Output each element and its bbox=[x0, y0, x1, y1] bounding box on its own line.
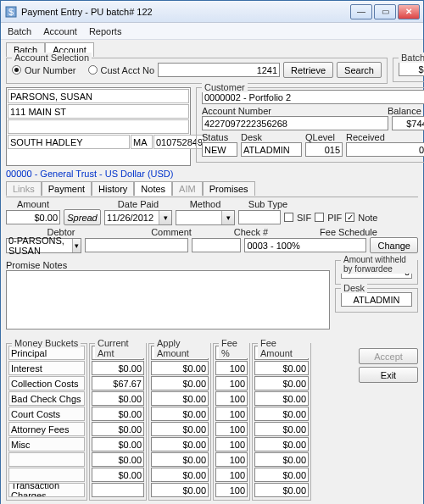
current-amt-cell bbox=[92, 422, 144, 436]
chevron-down-icon: ▾ bbox=[221, 211, 234, 224]
window-title: Payment Entry - PU batch# 122 bbox=[21, 7, 350, 17]
function-tabstrip: Links Payment History Notes AIM Promises bbox=[6, 180, 418, 195]
note-checkbox[interactable] bbox=[345, 213, 354, 222]
bucket-label: Transaction Charges bbox=[8, 483, 85, 497]
received-label: Received bbox=[346, 132, 424, 142]
ftab-links[interactable]: Links bbox=[6, 181, 42, 196]
menu-batch[interactable]: Batch bbox=[8, 26, 31, 36]
titlebar[interactable]: $ Payment Entry - PU batch# 122 — ▭ ✕ bbox=[1, 1, 423, 23]
apply-amount-cell[interactable] bbox=[151, 422, 209, 436]
bucket-label: Interest bbox=[8, 361, 85, 375]
apply-amount-cell[interactable] bbox=[151, 452, 209, 467]
fee-amount-cell[interactable] bbox=[254, 391, 309, 406]
subtype-label: Sub Type bbox=[238, 199, 298, 209]
apply-amount-cell[interactable] bbox=[151, 407, 209, 421]
amount-input[interactable] bbox=[6, 210, 60, 224]
apply-amount-cell[interactable] bbox=[151, 483, 209, 497]
method-combo[interactable]: ▾ bbox=[176, 210, 235, 225]
svg-text:$: $ bbox=[8, 7, 14, 17]
exit-button[interactable]: Exit bbox=[359, 367, 418, 383]
maximize-button[interactable]: ▭ bbox=[374, 4, 396, 19]
date-paid-combo[interactable]: 11/26/2012▾ bbox=[104, 210, 172, 225]
apply-amount-cell[interactable] bbox=[151, 361, 209, 375]
fee-pct-cell[interactable] bbox=[215, 483, 248, 497]
amount-withheld-legend: Amount withheld by forwardee bbox=[341, 255, 417, 274]
fee-amount-cell[interactable] bbox=[254, 361, 309, 375]
apply-amount-cell[interactable] bbox=[151, 468, 209, 482]
ftab-notes[interactable]: Notes bbox=[134, 181, 172, 196]
method-label: Method bbox=[176, 199, 235, 209]
fee-amount-cell[interactable] bbox=[254, 376, 309, 390]
debtor-line3 bbox=[8, 119, 189, 134]
promise-notes-input[interactable] bbox=[6, 270, 330, 330]
ftab-payment[interactable]: Payment bbox=[42, 181, 92, 196]
fee-pct-cell[interactable] bbox=[215, 422, 248, 436]
current-amt-cell bbox=[92, 437, 144, 451]
apply-amount-cell[interactable] bbox=[151, 437, 209, 451]
fee-pct-cell[interactable] bbox=[215, 407, 248, 421]
debtor-city bbox=[8, 135, 130, 149]
current-amt-cell bbox=[92, 483, 144, 497]
search-button[interactable]: Search bbox=[337, 62, 382, 78]
change-button[interactable]: Change bbox=[370, 237, 418, 253]
radio-our-number[interactable] bbox=[12, 65, 21, 75]
menubar: Batch Account Reports bbox=[1, 23, 423, 40]
close-button[interactable]: ✕ bbox=[398, 4, 420, 19]
debtor-combo[interactable]: 0-PARSONS, SUSAN▾ bbox=[6, 238, 81, 253]
check-label: Check # bbox=[226, 227, 276, 237]
status-label: Status bbox=[202, 132, 237, 142]
ftab-promises[interactable]: Promises bbox=[203, 181, 255, 196]
fee-pct-cell[interactable] bbox=[215, 391, 248, 406]
radio-cust-acct[interactable] bbox=[88, 65, 98, 75]
chevron-down-icon: ▾ bbox=[72, 239, 81, 252]
bucket-label: Bad Check Chgs bbox=[8, 391, 85, 406]
fee-amount-col: Fee Amount bbox=[252, 343, 311, 501]
current-amt-cell bbox=[92, 468, 144, 482]
spread-button[interactable]: Spread bbox=[64, 209, 101, 225]
account-number-value bbox=[202, 116, 388, 130]
current-amt-cell bbox=[92, 452, 144, 467]
menu-account[interactable]: Account bbox=[43, 26, 77, 36]
account-selection-legend: Account Selection bbox=[12, 53, 92, 63]
fee-amount-cell[interactable] bbox=[254, 422, 309, 436]
fee-amount-cell[interactable] bbox=[254, 452, 309, 467]
ftab-history[interactable]: History bbox=[92, 181, 134, 196]
fee-pct-cell[interactable] bbox=[215, 361, 248, 375]
fee-pct-cell[interactable] bbox=[215, 437, 248, 451]
fee-amount-cell[interactable] bbox=[254, 437, 309, 451]
check-input[interactable] bbox=[192, 238, 241, 252]
current-amt-cell bbox=[92, 361, 144, 375]
received-value bbox=[346, 142, 424, 157]
apply-amount-col: Apply Amount bbox=[148, 343, 211, 501]
fee-amount-cell[interactable] bbox=[254, 483, 309, 497]
current-amt-cell bbox=[92, 407, 144, 421]
account-number-label: Account Number bbox=[202, 106, 384, 116]
subtype-input[interactable] bbox=[238, 210, 281, 224]
apply-amount-cell[interactable] bbox=[151, 391, 209, 406]
sif-checkbox[interactable] bbox=[284, 213, 293, 222]
retrieve-button[interactable]: Retrieve bbox=[283, 62, 333, 78]
pif-checkbox[interactable] bbox=[315, 213, 324, 222]
fee-schedule-value bbox=[244, 238, 366, 252]
fee-pct-cell[interactable] bbox=[215, 468, 248, 482]
debtor-name bbox=[8, 89, 189, 103]
chevron-down-icon: ▾ bbox=[159, 211, 171, 224]
current-amt-cell bbox=[92, 376, 144, 390]
fee-pct-cell[interactable] bbox=[215, 376, 248, 390]
accept-button[interactable]: Accept bbox=[359, 348, 418, 364]
money-buckets-col: Money Buckets PrincipalInterestCollectio… bbox=[6, 343, 87, 501]
status-value bbox=[202, 142, 237, 157]
debtor-state bbox=[131, 135, 153, 149]
fee-amount-cell[interactable] bbox=[254, 468, 309, 482]
batch-total-amount bbox=[399, 62, 424, 76]
fee-amount-cell[interactable] bbox=[254, 407, 309, 421]
fee-pct-cell[interactable] bbox=[215, 452, 248, 467]
menu-reports[interactable]: Reports bbox=[89, 26, 122, 36]
account-number-input[interactable] bbox=[158, 63, 280, 77]
comment-input[interactable] bbox=[85, 238, 188, 252]
ftab-aim[interactable]: AIM bbox=[172, 181, 203, 196]
apply-amount-cell[interactable] bbox=[151, 376, 209, 390]
amount-withheld-group: Amount withheld by forwardee bbox=[335, 260, 418, 285]
account-selection-group: Account Selection Our Number Cust Acct N… bbox=[6, 58, 388, 84]
minimize-button[interactable]: — bbox=[350, 4, 372, 19]
